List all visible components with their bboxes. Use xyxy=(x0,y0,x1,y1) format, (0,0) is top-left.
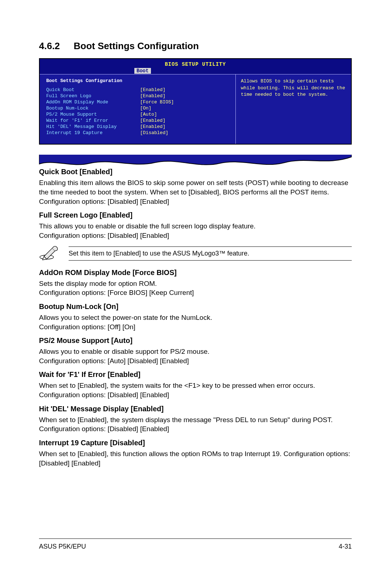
bios-setting-label: Wait for 'F1' if Error xyxy=(46,118,140,124)
setting-block: Hit 'DEL' Message Display [Enabled]When … xyxy=(39,405,352,434)
bios-setting-row: Wait for 'F1' if Error[Enabled] xyxy=(46,118,230,124)
bios-setting-label: Hit 'DEL' Message Display xyxy=(46,124,140,130)
setting-block: Bootup Num-Lock [On]Allows you to select… xyxy=(39,302,352,331)
setting-title: Interrupt 19 Capture [Disabled] xyxy=(39,439,352,447)
bios-setting-value: [Enabled] xyxy=(140,87,165,93)
setting-body: Allows you to enable or disable support … xyxy=(39,347,352,365)
bios-setting-value: [Auto] xyxy=(140,112,157,118)
bios-setting-row: Quick Boot[Enabled] xyxy=(46,87,230,93)
setting-title: Full Screen Logo [Enabled] xyxy=(39,211,352,219)
bios-help-text: Allows BIOS to skip certain tests while … xyxy=(241,78,345,97)
setting-body: When set to [Enabled], the system displa… xyxy=(39,415,352,434)
bios-setting-label: Interrupt 19 Capture xyxy=(46,130,140,136)
bios-setting-label: Full Screen Logo xyxy=(46,93,140,99)
bios-screenshot: BIOS SETUP UTILITY Boot Boot Settings Co… xyxy=(39,58,352,145)
setting-title: Wait for 'F1' If Error [Enabled] xyxy=(39,370,352,379)
bios-menu-bar: Boot xyxy=(40,68,351,74)
setting-body: Sets the display mode for option ROM. Co… xyxy=(39,279,352,297)
bios-setting-value: [Force BIOS] xyxy=(140,99,174,106)
pencil-icon xyxy=(39,245,60,262)
footer-left: ASUS P5K/EPU xyxy=(39,543,86,550)
page-footer: ASUS P5K/EPU 4-31 xyxy=(39,543,352,550)
setting-title: Bootup Num-Lock [On] xyxy=(39,302,352,311)
setting-body: Enabling this item allows the BIOS to sk… xyxy=(39,178,352,206)
note-callout: Set this item to [Enabled] to use the AS… xyxy=(39,245,352,262)
setting-block: Full Screen Logo [Enabled]This allows yo… xyxy=(39,211,352,240)
setting-block: Quick Boot [Enabled]Enabling this item a… xyxy=(39,168,352,206)
bios-setting-label: Quick Boot xyxy=(46,87,140,93)
bios-setting-row: Full Screen Logo[Enabled] xyxy=(46,93,230,99)
setting-title: AddOn ROM Display Mode [Force BIOS] xyxy=(39,269,352,277)
setting-body: When set to [Enabled], the system waits … xyxy=(39,381,352,399)
bios-setting-row: AddOn ROM Display Mode[Force BIOS] xyxy=(46,99,230,106)
bios-setting-row: Bootup Num-Lock[On] xyxy=(46,106,230,112)
bios-utility-title: BIOS SETUP UTILITY xyxy=(40,59,351,68)
setting-body: When set to [Enabled], this function all… xyxy=(39,449,352,468)
setting-title: Hit 'DEL' Message Display [Enabled] xyxy=(39,405,352,413)
setting-title: PS/2 Mouse Support [Auto] xyxy=(39,336,352,345)
setting-block: Wait for 'F1' If Error [Enabled]When set… xyxy=(39,370,352,399)
bios-menu-selected: Boot xyxy=(134,68,151,74)
section-title: Boot Settings Configuration xyxy=(74,40,199,51)
bios-setting-value: [On] xyxy=(140,106,151,112)
bios-setting-value: [Enabled] xyxy=(140,93,165,99)
bios-left-panel: Boot Settings Configuration Quick Boot[E… xyxy=(40,74,236,144)
setting-title: Quick Boot [Enabled] xyxy=(39,168,352,176)
setting-body: Allows you to select the power-on state … xyxy=(39,313,352,331)
bios-panel-title: Boot Settings Configuration xyxy=(46,78,230,84)
note-text: Set this item to [Enabled] to use the AS… xyxy=(69,246,352,261)
bios-setting-row: PS/2 Mouse Support[Auto] xyxy=(46,112,230,118)
bios-setting-label: PS/2 Mouse Support xyxy=(46,112,140,118)
bios-setting-value: [Enabled] xyxy=(140,118,165,124)
setting-block: PS/2 Mouse Support [Auto]Allows you to e… xyxy=(39,336,352,365)
bios-help-panel: Allows BIOS to skip certain tests while … xyxy=(236,74,351,144)
setting-block: AddOn ROM Display Mode [Force BIOS]Sets … xyxy=(39,269,352,297)
footer-rule xyxy=(39,538,352,539)
bios-setting-value: [Enabled] xyxy=(140,124,165,130)
section-heading: 4.6.2Boot Settings Configuration xyxy=(39,40,352,52)
setting-block: Interrupt 19 Capture [Disabled]When set … xyxy=(39,439,352,468)
bios-setting-row: Interrupt 19 Capture[Disabled] xyxy=(46,130,230,136)
bios-setting-label: AddOn ROM Display Mode xyxy=(46,99,140,106)
footer-right: 4-31 xyxy=(339,543,352,550)
bios-setting-label: Bootup Num-Lock xyxy=(46,106,140,112)
setting-body: This allows you to enable or disable the… xyxy=(39,222,352,240)
torn-edge xyxy=(39,155,352,168)
section-number: 4.6.2 xyxy=(39,40,74,52)
bios-setting-row: Hit 'DEL' Message Display[Enabled] xyxy=(46,124,230,130)
bios-setting-value: [Disabled] xyxy=(140,130,168,136)
